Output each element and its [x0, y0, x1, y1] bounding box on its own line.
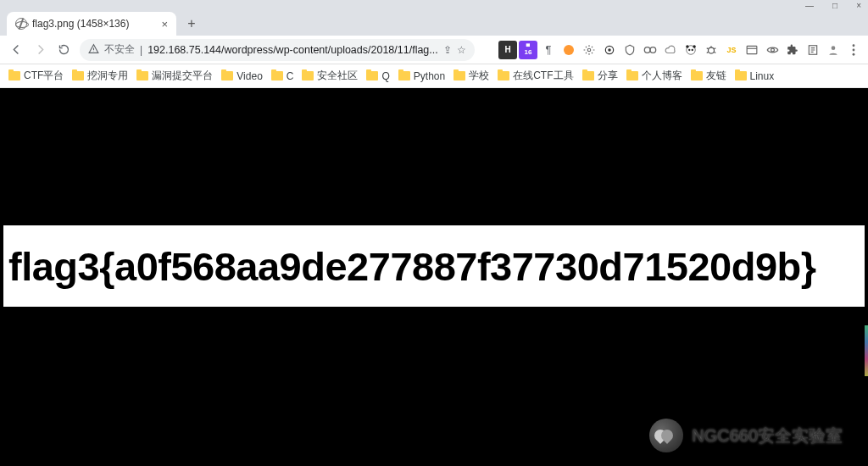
nav-forward-button[interactable] — [29, 39, 51, 61]
folder-icon — [271, 71, 283, 80]
bookmark-folder[interactable]: 个人博客 — [626, 69, 682, 83]
svg-point-11 — [709, 47, 715, 53]
watermark: NGC660安全实验室 — [649, 419, 843, 452]
svg-point-17 — [853, 48, 855, 51]
bookmark-folder[interactable]: C — [271, 70, 294, 82]
nav-back-button[interactable] — [5, 39, 27, 61]
svg-point-3 — [608, 48, 611, 52]
folder-icon — [626, 71, 638, 80]
extension-gear-icon[interactable] — [580, 41, 598, 59]
bookmark-label: 在线CTF工具 — [513, 69, 573, 83]
bookmark-label: 友链 — [706, 69, 726, 83]
extension-eye-icon[interactable] — [763, 41, 782, 59]
svg-point-9 — [688, 48, 690, 50]
reading-list-icon[interactable] — [804, 41, 822, 59]
svg-point-7 — [686, 45, 689, 48]
browser-toolbar: 不安全 | 192.168.75.144/wordpress/wp-conten… — [0, 36, 868, 64]
insecure-icon — [88, 43, 99, 57]
bookmark-folder[interactable]: 安全社区 — [302, 69, 358, 83]
bookmark-folder[interactable]: 挖洞专用 — [72, 69, 128, 83]
folder-icon — [72, 71, 84, 80]
tab-close-icon[interactable]: × — [161, 18, 168, 31]
window-maximize[interactable]: □ — [832, 1, 837, 10]
menu-dots-icon[interactable] — [844, 41, 863, 59]
svg-point-5 — [650, 47, 656, 53]
extension-paragraph-icon[interactable]: ¶ — [539, 41, 558, 59]
bookmark-folder[interactable]: Video — [221, 70, 262, 82]
bookmarks-bar: CTF平台 挖洞专用 漏洞提交平台 Video C 安全社区 Q Python … — [0, 64, 868, 88]
folder-icon — [302, 71, 314, 80]
bookmark-folder[interactable]: Linux — [735, 70, 775, 82]
browser-tab-active[interactable]: flag3.png (1458×136) × — [7, 12, 176, 36]
bookmark-folder[interactable]: Q — [366, 70, 389, 82]
extensions-puzzle-icon[interactable] — [783, 41, 802, 59]
extension-target-icon[interactable] — [600, 41, 619, 59]
svg-point-18 — [853, 53, 855, 55]
folder-icon — [691, 71, 703, 80]
nav-reload-button[interactable] — [53, 39, 75, 61]
address-bar[interactable]: 不安全 | 192.168.75.144/wordpress/wp-conten… — [80, 39, 475, 61]
bookmark-label: Video — [236, 70, 262, 82]
bookmark-folder[interactable]: 学校 — [453, 69, 489, 83]
bookmark-label: CTF平台 — [24, 69, 64, 83]
svg-point-1 — [587, 48, 591, 52]
share-icon[interactable]: ⇪ — [443, 44, 452, 56]
svg-point-8 — [693, 45, 696, 48]
window-titlebar: — □ × — [0, 0, 868, 10]
folder-icon — [136, 71, 148, 80]
bookmark-label: 分享 — [598, 69, 618, 83]
bookmark-label: 漏洞提交平台 — [152, 69, 213, 83]
bookmark-label: 个人博客 — [642, 69, 682, 83]
extension-cloud-icon[interactable] — [661, 41, 680, 59]
flag-text: flag3{a0f568aa9de277887f37730d71520d9b} — [8, 243, 816, 290]
bookmark-star-icon[interactable]: ☆ — [457, 44, 466, 56]
svg-point-0 — [564, 45, 574, 55]
bookmark-label: Q — [381, 70, 389, 82]
profile-icon[interactable] — [824, 41, 843, 59]
globe-icon — [15, 18, 27, 30]
security-label: 不安全 — [104, 42, 135, 57]
extension-js-icon[interactable]: JS — [722, 41, 741, 59]
extension-window-icon[interactable] — [743, 41, 761, 59]
extension-panda-icon[interactable] — [682, 41, 700, 59]
extension-h-icon[interactable]: H — [498, 41, 517, 59]
extension-mask-icon[interactable] — [641, 41, 659, 59]
svg-point-10 — [692, 48, 693, 50]
separator: | — [140, 44, 142, 56]
folder-icon — [453, 71, 465, 80]
bookmark-label: 学校 — [469, 69, 489, 83]
bookmark-label: Linux — [750, 70, 775, 82]
extension-bug-icon[interactable] — [702, 41, 721, 59]
svg-rect-12 — [747, 46, 757, 53]
bookmark-label: Python — [414, 70, 445, 82]
window-close[interactable]: × — [856, 1, 861, 10]
folder-icon — [8, 71, 20, 80]
bookmark-folder[interactable]: 漏洞提交平台 — [136, 69, 213, 83]
folder-icon — [735, 71, 747, 80]
bookmark-folder[interactable]: CTF平台 — [8, 69, 64, 83]
bookmark-folder[interactable]: Python — [398, 70, 445, 82]
bookmark-label: 安全社区 — [317, 69, 358, 83]
displayed-image[interactable]: flag3{a0f568aa9de277887f37730d71520d9b} — [3, 225, 865, 307]
wechat-icon — [649, 419, 683, 452]
bookmark-folder[interactable]: 友链 — [691, 69, 726, 83]
svg-point-15 — [832, 46, 836, 50]
watermark-text: NGC660安全实验室 — [692, 424, 843, 447]
extension-orange-icon[interactable] — [559, 41, 578, 59]
svg-point-13 — [771, 48, 774, 52]
bookmark-folder[interactable]: 分享 — [582, 69, 618, 83]
window-minimize[interactable]: — — [805, 1, 814, 10]
new-tab-button[interactable]: + — [181, 14, 202, 34]
folder-icon — [366, 71, 378, 80]
folder-icon — [398, 71, 410, 80]
url-text: 192.168.75.144/wordpress/wp-content/uplo… — [147, 44, 438, 56]
folder-icon — [582, 71, 594, 80]
svg-point-4 — [644, 47, 650, 53]
side-indicator — [865, 325, 868, 376]
extension-shield-icon[interactable] — [620, 41, 639, 59]
extension-calendar-icon[interactable]: ▀16 — [519, 41, 537, 59]
bookmark-folder[interactable]: 在线CTF工具 — [498, 69, 573, 83]
tab-title: flag3.png (1458×136) — [32, 18, 151, 30]
bookmark-label: C — [287, 70, 294, 82]
page-viewport: flag3{a0f568aa9de277887f37730d71520d9b} … — [0, 88, 868, 466]
